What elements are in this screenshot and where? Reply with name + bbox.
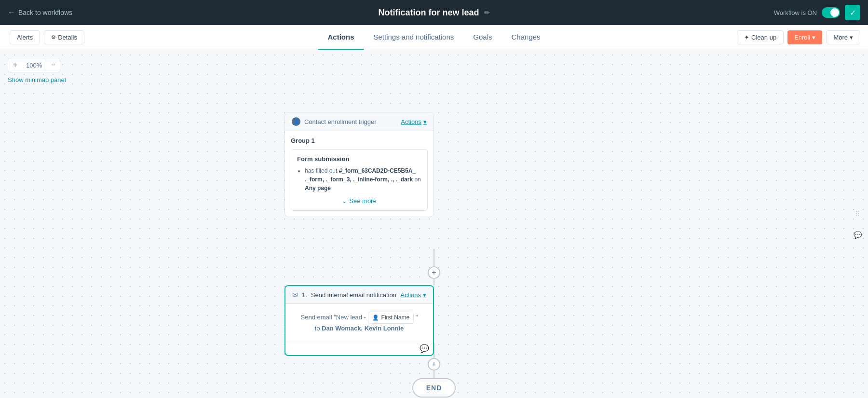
add-icon-1[interactable]: + [428, 266, 440, 279]
alerts-button[interactable]: Alerts [10, 30, 40, 44]
add-step-button-2[interactable]: + [428, 358, 440, 371]
more-chevron-icon: ▾ [850, 34, 853, 41]
add-icon-2[interactable]: + [428, 358, 440, 371]
zoom-in-button[interactable]: + [8, 58, 22, 72]
step-number: 1. [302, 291, 307, 299]
form-submission-content: has filled out #_form_63CAD2D-CE5B5A_ ._… [297, 166, 421, 192]
tab-settings[interactable]: Settings and notifications [364, 25, 464, 50]
back-to-workflows-link[interactable]: ← Back to workflows [8, 8, 72, 17]
workflow-on-label: Workflow is ON [774, 9, 817, 16]
workflow-status: Workflow is ON ✓ [774, 5, 860, 20]
email-icon: ✉ [292, 291, 298, 299]
details-button[interactable]: ⚙ Details [44, 30, 84, 44]
enroll-label: Enroll [794, 34, 810, 41]
recipients: Dan Womack, Kevin Lonnie [322, 325, 404, 332]
workflow-canvas: + 100% − Show minimap panel 👤 Contact en… [0, 50, 868, 398]
action-actions-dropdown[interactable]: Actions ▾ [400, 291, 426, 299]
trigger-header-left: 👤 Contact enrollment trigger [292, 117, 377, 126]
form-submission-card[interactable]: Form submission has filled out #_form_63… [291, 149, 428, 211]
more-button[interactable]: More ▾ [826, 30, 860, 44]
contact-icon: 👤 [292, 117, 300, 126]
trigger-header: 👤 Contact enrollment trigger Actions ▾ [285, 112, 434, 131]
email-title: "New lead - [334, 314, 366, 321]
trigger-body: Group 1 Form submission has filled out #… [285, 131, 434, 217]
closing-quote: " [416, 314, 418, 321]
form-submission-title: Form submission [297, 155, 421, 163]
workflow-title: Notification for new lead [378, 8, 479, 18]
action-label: Send internal email notification [311, 291, 396, 299]
trigger-actions-chevron-icon: ▾ [423, 118, 427, 125]
trigger-actions-label: Actions [401, 118, 421, 125]
end-node-container: END [412, 378, 456, 398]
back-label: Back to workflows [18, 9, 72, 16]
send-email-label: Send email [301, 314, 332, 321]
clean-icon: ✦ [744, 34, 749, 41]
back-arrow-icon: ← [8, 8, 15, 17]
any-page-highlight: Any page [305, 185, 331, 192]
filled-out-text: has filled out [305, 167, 339, 174]
zoom-controls: + 100% − [8, 58, 60, 72]
trigger-label: Contact enrollment trigger [304, 118, 377, 125]
badge-label: First Name [381, 313, 410, 322]
enroll-button[interactable]: Enroll ▾ [787, 30, 822, 44]
end-label: END [426, 384, 442, 392]
comment-icon[interactable]: 💬 [420, 344, 429, 353]
see-more-link[interactable]: ⌄ See more [297, 197, 421, 205]
right-panel-icons: ⠿ 💬 [847, 202, 868, 247]
action-node: ✉ 1. Send internal email notification Ac… [285, 285, 434, 356]
group-label: Group 1 [291, 137, 428, 144]
sub-nav-tabs: Actions Settings and notifications Goals… [318, 25, 550, 50]
tab-actions[interactable]: Actions [318, 25, 364, 50]
sub-nav: Alerts ⚙ Details Actions Settings and no… [0, 25, 868, 50]
end-node: END [412, 378, 456, 398]
enroll-chevron-icon: ▾ [812, 34, 815, 41]
sub-nav-right: ✦ Clean up Enroll ▾ More ▾ [737, 30, 860, 44]
grid-dots-icon[interactable]: ⠿ [851, 207, 864, 220]
trigger-node: 👤 Contact enrollment trigger Actions ▾ G… [285, 112, 434, 217]
action-header-left: ✉ 1. Send internal email notification [292, 291, 396, 299]
on-text: on [414, 176, 420, 183]
chat-bubble-icon[interactable]: 💬 [851, 228, 864, 242]
more-label: More [833, 34, 848, 41]
zoom-out-button[interactable]: − [46, 58, 60, 72]
action-footer: 💬 [285, 342, 433, 355]
zoom-level: 100% [22, 58, 46, 72]
connector-svg [0, 50, 868, 398]
edit-icon[interactable]: ✏ [484, 9, 490, 16]
save-checkmark-button[interactable]: ✓ [845, 5, 860, 20]
trigger-actions-dropdown[interactable]: Actions ▾ [401, 118, 427, 125]
tab-goals[interactable]: Goals [463, 25, 502, 50]
first-name-badge: 👤 First Name [368, 312, 414, 324]
action-body: Send email "New lead - 👤 First Name " to… [285, 304, 433, 342]
top-bar: ← Back to workflows Notification for new… [0, 0, 868, 25]
tab-changes[interactable]: Changes [502, 25, 550, 50]
details-icon: ⚙ [51, 34, 56, 41]
show-minimap-link[interactable]: Show minimap panel [8, 76, 66, 83]
clean-up-button[interactable]: ✦ Clean up [737, 30, 784, 44]
see-more-chevron-icon: ⌄ [342, 197, 347, 205]
add-step-button-1[interactable]: + [428, 266, 440, 279]
see-more-label: See more [349, 197, 376, 205]
action-header: ✉ 1. Send internal email notification Ac… [285, 286, 433, 304]
clean-label: Clean up [751, 34, 776, 41]
details-label: Details [58, 34, 77, 41]
person-icon: 👤 [372, 314, 379, 322]
to-label: to [315, 325, 320, 332]
workflow-toggle[interactable] [822, 7, 840, 18]
action-actions-label: Actions [400, 291, 421, 299]
sub-nav-left: Alerts ⚙ Details [10, 30, 84, 44]
action-actions-chevron-icon: ▾ [423, 291, 426, 299]
workflow-title-area: Notification for new lead ✏ [378, 8, 489, 18]
